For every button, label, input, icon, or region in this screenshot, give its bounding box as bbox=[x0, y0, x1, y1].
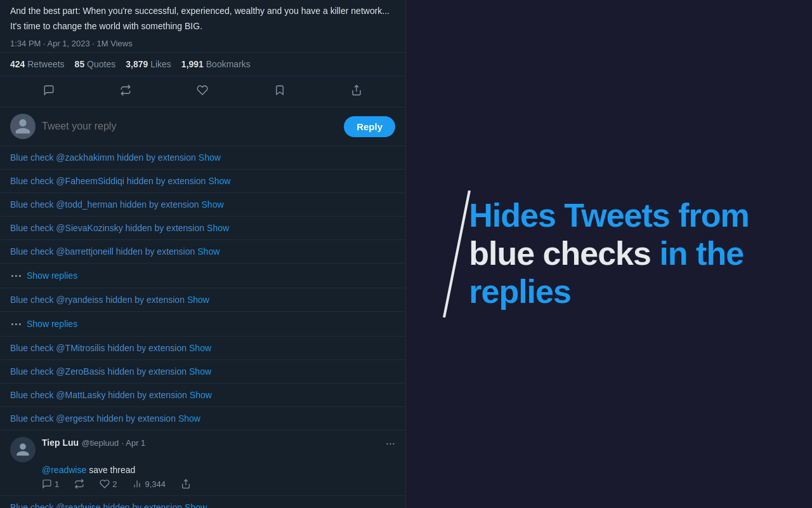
reply-tweet-handle: @tiepluud bbox=[82, 438, 119, 448]
show-tweet-link[interactable]: Show bbox=[197, 246, 219, 257]
hidden-tweets-after-reply: Blue check @readwise hidden by extension… bbox=[0, 496, 405, 508]
show-replies-label-1: Show replies bbox=[27, 271, 77, 281]
user-icon bbox=[14, 117, 32, 135]
reply-mention[interactable]: @readwise bbox=[42, 465, 86, 475]
show-tweet-link[interactable]: Show bbox=[185, 502, 207, 508]
twitter-feed: And the best part: When you're successfu… bbox=[0, 0, 406, 508]
hidden-tweet-prefix: Blue check @FaheemSiddiqi hidden by exte… bbox=[10, 176, 206, 186]
reply-retweet-action[interactable] bbox=[74, 479, 84, 489]
promo-line3: replies bbox=[469, 273, 571, 310]
hidden-tweet-row: Blue check @barrettjoneill hidden by ext… bbox=[0, 240, 405, 264]
hidden-tweet-prefix: Blue check @readwise hidden by extension bbox=[10, 502, 182, 508]
hidden-tweet-prefix: Blue check @ZeroBasis hidden by extensio… bbox=[10, 366, 187, 377]
promo-panel: Hides Tweets from blue checks in the rep… bbox=[406, 0, 812, 508]
hidden-tweet-prefix: Blue check @MattLasky hidden by extensio… bbox=[10, 390, 187, 400]
tweet-text-line1: And the best part: When you're successfu… bbox=[10, 5, 395, 18]
tweet-action-bar bbox=[0, 76, 405, 107]
retweet-icon[interactable] bbox=[114, 79, 137, 102]
dots-icon: ⋯ bbox=[10, 269, 22, 283]
reply-like-count: 2 bbox=[112, 479, 117, 489]
hidden-tweet-prefix: Blue check @barrettjoneill hidden by ext… bbox=[10, 246, 195, 257]
reply-input[interactable] bbox=[42, 121, 337, 132]
tweet-meta: 1:34 PM · Apr 1, 2023 · 1M Views bbox=[0, 35, 405, 52]
reply-tweet-actions: 1 2 bbox=[42, 479, 395, 489]
hidden-tweet-row: Blue check @todd_herman hidden by extens… bbox=[0, 193, 405, 217]
hidden-tweet-row: Blue check @ryandeiss hidden by extensio… bbox=[0, 288, 405, 312]
hidden-tweet-prefix: Blue check @ergestx hidden by extension bbox=[10, 413, 176, 424]
promo-content: Hides Tweets from blue checks in the rep… bbox=[469, 197, 749, 311]
show-tweet-link[interactable]: Show bbox=[199, 152, 221, 163]
more-options-icon[interactable]: ··· bbox=[386, 437, 395, 450]
reply-tweet-date: · Apr 1 bbox=[122, 438, 146, 448]
dots-icon-2: ⋯ bbox=[10, 317, 22, 331]
reply-tweet-info: Tiep Luu @tiepluud · Apr 1 bbox=[42, 437, 379, 448]
show-tweet-link[interactable]: Show bbox=[207, 223, 229, 233]
promo-line2-part1: blue checks bbox=[469, 235, 651, 272]
show-tweet-link[interactable]: Show bbox=[202, 199, 224, 210]
comment-icon[interactable] bbox=[37, 79, 60, 102]
tweet-text-line2: It's time to change the world with somet… bbox=[10, 20, 395, 33]
hidden-tweets-group-2: Blue check @ryandeiss hidden by extensio… bbox=[0, 288, 405, 312]
hidden-tweet-row: Blue check @FaheemSiddiqi hidden by exte… bbox=[0, 170, 405, 193]
hidden-tweet-prefix: Blue check @zackhakimm hidden by extensi… bbox=[10, 152, 196, 163]
promo-line2-part2: in the bbox=[651, 235, 743, 272]
hidden-tweet-prefix: Blue check @ryandeiss hidden by extensio… bbox=[10, 295, 185, 305]
hidden-tweet-row: Blue check @ZeroBasis hidden by extensio… bbox=[0, 360, 405, 384]
show-tweet-link[interactable]: Show bbox=[208, 176, 230, 186]
show-tweet-link[interactable]: Show bbox=[189, 343, 211, 353]
svg-line-5 bbox=[444, 190, 469, 318]
retweets-stat: 424 Retweets bbox=[10, 59, 65, 69]
reply-avatar bbox=[10, 114, 36, 139]
hidden-tweet-row: Blue check @MattLasky hidden by extensio… bbox=[0, 384, 405, 407]
share-icon[interactable] bbox=[345, 79, 368, 102]
hidden-tweet-prefix: Blue check @todd_herman hidden by extens… bbox=[10, 199, 199, 210]
bookmark-icon[interactable] bbox=[268, 79, 291, 102]
tweet-stats: 424 Retweets 85 Quotes 3,879 Likes 1,991… bbox=[0, 52, 405, 76]
reply-views-action[interactable]: 9,344 bbox=[132, 479, 166, 489]
show-tweet-link[interactable]: Show bbox=[189, 366, 211, 377]
reply-share-action[interactable] bbox=[181, 479, 191, 489]
reply-tweet-name: Tiep Luu bbox=[42, 438, 79, 448]
hidden-tweet-row: Blue check @ergestx hidden by extension … bbox=[0, 407, 405, 431]
reply-comment-action[interactable]: 1 bbox=[42, 479, 59, 489]
likes-stat: 3,879 Likes bbox=[126, 59, 171, 69]
slash-decoration bbox=[431, 190, 482, 318]
hidden-tweet-row: Blue check @TMitrosilis hidden by extens… bbox=[0, 337, 405, 360]
reply-compose-box: Reply bbox=[0, 107, 405, 146]
promo-line1-part1: Hides Tweets from bbox=[469, 197, 749, 234]
quotes-stat: 85 Quotes bbox=[75, 59, 116, 69]
promo-text: Hides Tweets from blue checks in the rep… bbox=[469, 197, 749, 311]
hidden-tweet-row: Blue check @readwise hidden by extension… bbox=[0, 496, 405, 508]
show-tweet-link[interactable]: Show bbox=[190, 390, 212, 400]
hidden-tweets-group-3: Blue check @TMitrosilis hidden by extens… bbox=[0, 337, 405, 431]
show-tweet-link[interactable]: Show bbox=[187, 295, 209, 305]
reply-comment-count: 1 bbox=[55, 479, 59, 489]
reply-tweet-header: Tiep Luu @tiepluud · Apr 1 ··· bbox=[10, 437, 395, 462]
hidden-tweet-prefix: Blue check @TMitrosilis hidden by extens… bbox=[10, 343, 187, 353]
reply-tweet-body: @readwise save thread bbox=[42, 465, 395, 475]
show-replies-label-2: Show replies bbox=[27, 319, 77, 329]
hidden-tweets-group-1: Blue check @zackhakimm hidden by extensi… bbox=[0, 146, 405, 264]
tweet-content: And the best part: When you're successfu… bbox=[0, 0, 405, 32]
reply-tweet-avatar bbox=[10, 437, 36, 462]
tweet-timestamp: 1:34 PM · Apr 1, 2023 · 1M Views bbox=[10, 39, 133, 48]
reply-views-count: 9,344 bbox=[145, 479, 166, 489]
show-replies-2[interactable]: ⋯ Show replies bbox=[0, 312, 405, 337]
like-icon[interactable] bbox=[191, 79, 214, 102]
hidden-tweet-row: Blue check @zackhakimm hidden by extensi… bbox=[0, 146, 405, 170]
reply-tweet: Tiep Luu @tiepluud · Apr 1 ··· @readwise… bbox=[0, 431, 405, 496]
reply-button[interactable]: Reply bbox=[344, 116, 395, 137]
bookmarks-stat: 1,991 Bookmarks bbox=[181, 59, 251, 69]
show-tweet-link[interactable]: Show bbox=[178, 413, 200, 424]
show-replies-1[interactable]: ⋯ Show replies bbox=[0, 264, 405, 288]
hidden-tweet-prefix: Blue check @SievaKozinsky hidden by exte… bbox=[10, 223, 204, 233]
hidden-tweet-row: Blue check @SievaKozinsky hidden by exte… bbox=[0, 217, 405, 240]
reply-like-action[interactable]: 2 bbox=[100, 479, 117, 489]
